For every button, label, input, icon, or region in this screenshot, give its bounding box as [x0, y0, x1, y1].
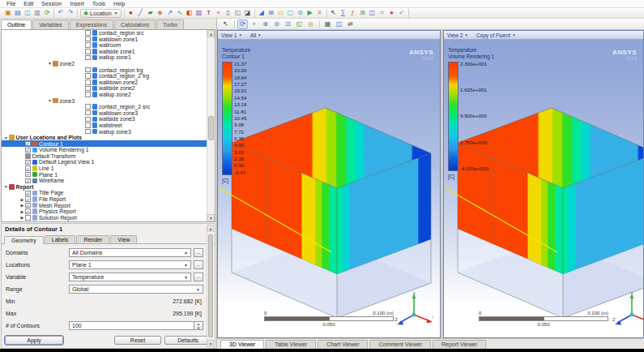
tree-item-user-locations-and-plots[interactable]: ▼User Locations and Plots [2, 135, 207, 141]
animation-icon[interactable]: ▶ [305, 9, 315, 18]
redo-icon[interactable]: ↷ [66, 9, 75, 18]
tree-item-walldown-zone1[interactable]: walldown zone1 [2, 36, 207, 42]
tab-comment-viewer[interactable]: Comment Viewer [369, 340, 431, 349]
tree-item-contact-region-src[interactable]: contact_region src [2, 30, 207, 36]
refresh-preview-icon[interactable]: ⟳ [42, 9, 52, 18]
tree-item-wallside-zone1[interactable]: wallside zone1 [2, 49, 207, 55]
checkbox[interactable] [25, 178, 31, 184]
variable-select-browse-button[interactable]: ... [194, 273, 203, 281]
menu-edit[interactable]: Edit [19, 1, 37, 6]
rotate-view-icon[interactable]: ⟳ [237, 19, 248, 29]
menu-session[interactable]: Session [37, 1, 66, 6]
locations-select[interactable]: Plane 1▼ [69, 260, 191, 269]
tree-item-volume-rendering-1[interactable]: Volume Rendering 1 [2, 147, 207, 153]
select-arrow-icon[interactable]: ↖ [220, 19, 231, 29]
vector-icon[interactable]: ↗ [165, 9, 175, 18]
figure-icon[interactable]: ▢ [286, 9, 296, 18]
tree-item-contact-region-trg[interactable]: contact_region trg [2, 67, 207, 73]
scroll-up-icon[interactable]: ▲ [207, 225, 214, 232]
scroll-down-icon[interactable]: ▼ [207, 214, 215, 221]
checkbox[interactable] [25, 208, 31, 214]
mesh-calculator-icon[interactable]: ⊞ [358, 9, 368, 18]
scrollbar-thumb[interactable] [208, 116, 214, 140]
checkbox[interactable] [25, 141, 31, 147]
pan-icon[interactable]: + [249, 19, 259, 29]
checkbox[interactable] [25, 196, 31, 202]
table-icon[interactable]: ⊞ [267, 9, 276, 18]
undo-icon[interactable]: ↶ [56, 9, 66, 18]
variable-select[interactable]: Temperature▼ [69, 273, 191, 281]
tree-item-wallup-zone3[interactable]: wallup zone3 [2, 128, 207, 135]
scrollbar-thumb[interactable] [208, 234, 213, 337]
tree-item-solution-report[interactable]: ▶Solution Report [2, 215, 207, 221]
checkbox[interactable] [25, 203, 31, 208]
clip-plane-icon[interactable]: ◪ [243, 9, 253, 18]
spinner-arrows-icon[interactable]: ▲▼ [194, 321, 203, 330]
macro-calculator-icon[interactable]: ƒ [348, 9, 358, 18]
legend-icon[interactable]: ▯ [224, 9, 233, 18]
report-publish-icon[interactable]: ▥ [32, 9, 42, 18]
scroll-up-icon[interactable]: ▲ [207, 30, 215, 37]
save-picture-icon[interactable]: ◫ [334, 19, 344, 29]
tree-item-zone2[interactable]: ▼zone2 [2, 61, 207, 67]
function-calculator-icon[interactable]: ∑ [339, 9, 348, 18]
tree-item-wallside-zone3[interactable]: wallside zone3 [2, 116, 207, 122]
tree-item-contour-1[interactable]: Contour 1 [2, 140, 207, 147]
quick-editor-icon[interactable]: ≡ [315, 9, 325, 18]
menu-help[interactable]: Help [109, 1, 129, 6]
checkbox[interactable] [85, 122, 91, 128]
text-icon[interactable]: T [204, 9, 214, 18]
zoom-in-icon[interactable]: ⊕ [260, 19, 271, 29]
load-results-icon[interactable]: ▣ [3, 9, 13, 18]
case-selector[interactable]: All▼ [250, 32, 262, 38]
checkbox[interactable] [85, 67, 91, 73]
tree-item-wireframe[interactable]: Wireframe [2, 178, 207, 184]
save-picture-icon[interactable]: ◫ [23, 9, 32, 18]
tree-item-wallup-zone1[interactable]: wallup zone1 [2, 54, 207, 61]
checkbox[interactable] [25, 160, 31, 165]
domains-select-browse-button[interactable]: ... [194, 248, 203, 257]
reset-button[interactable]: Reset [114, 336, 161, 345]
menu-file[interactable]: File [2, 1, 19, 6]
save-state-icon[interactable]: ▤ [13, 9, 23, 18]
viewport-2[interactable]: View 2▼ Copy of Fluent▼ Temperature Volu… [443, 30, 644, 338]
streamline-icon[interactable]: ∿ [175, 9, 185, 18]
expander-open-icon[interactable]: ▼ [3, 184, 9, 189]
tab-report-viewer[interactable]: Report Viewer [433, 340, 486, 349]
zoom-box-icon[interactable]: ⊡ [283, 19, 293, 29]
contour-icon[interactable]: ◧ [185, 9, 194, 18]
checkbox[interactable] [85, 42, 91, 48]
tree-item-line-1[interactable]: Line 1 [2, 165, 207, 172]
apply-button[interactable]: Apply [5, 336, 63, 345]
chart-icon[interactable]: ◢ [257, 9, 267, 18]
checkbox[interactable] [85, 92, 91, 97]
tree-item-physics-report[interactable]: ▶Physics Report [2, 208, 207, 215]
volume-rendering-icon[interactable]: ▨ [194, 9, 204, 18]
expressions-icon[interactable]: ≈ [377, 9, 387, 18]
contour-count-spinner[interactable]: 100 [69, 321, 194, 330]
zoom-out-icon[interactable]: ⊖ [271, 19, 282, 29]
tree-item-default-transform[interactable]: Default Transform [2, 153, 207, 160]
viewport-1[interactable]: View 1▼ All▼ Temperature Contour 1 21.37… [217, 30, 441, 338]
comment-icon[interactable]: ▭ [276, 9, 286, 18]
expander-closed-icon[interactable]: ▶ [19, 215, 25, 220]
checkbox[interactable] [85, 73, 91, 79]
checkbox[interactable] [85, 49, 91, 54]
checkbox[interactable] [85, 30, 91, 36]
options-icon[interactable]: ✓ [397, 9, 407, 18]
tree-item-wallside-zone2[interactable]: wallside zone2 [2, 85, 207, 92]
tree-item-wallup-zone2[interactable]: wallup zone2 [2, 92, 207, 98]
checkbox[interactable] [85, 55, 91, 61]
expander-closed-icon[interactable]: ▶ [19, 197, 25, 202]
menu-tools[interactable]: Tools [88, 1, 109, 6]
details-tab-view[interactable]: View [110, 235, 137, 243]
center-rotation-icon[interactable]: ◎ [305, 19, 316, 29]
expander-open-icon[interactable]: ▼ [47, 98, 53, 103]
tree-item-zone3[interactable]: ▼zone3 [2, 97, 207, 104]
tree-item-title-page[interactable]: Title Page [2, 190, 207, 196]
point-icon[interactable]: ● [126, 9, 136, 18]
checkbox[interactable] [85, 104, 91, 109]
outline-tree[interactable]: contact_region srcwalldown zone1wallroom… [2, 30, 207, 221]
case-comparison-icon[interactable]: ◫ [368, 9, 377, 18]
details-tab-geometry[interactable]: Geometry [4, 236, 44, 244]
